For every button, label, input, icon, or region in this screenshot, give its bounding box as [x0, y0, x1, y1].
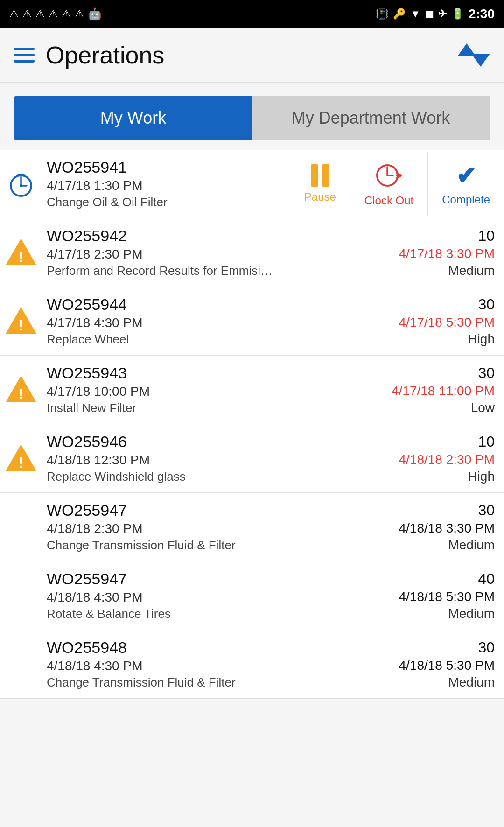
- tab-my-department-work[interactable]: My Department Work: [252, 96, 490, 140]
- active-wo-number: WO255941: [47, 158, 285, 176]
- wo-description: Replace Windshield glass: [47, 470, 369, 484]
- work-order-item[interactable]: ! WO255944 4/17/18 4:30 PM Replace Wheel…: [0, 287, 504, 356]
- menu-button[interactable]: [14, 48, 35, 63]
- work-order-item[interactable]: WO255948 4/18/18 4:30 PM Change Transmis…: [0, 630, 504, 699]
- complete-button[interactable]: ✔ Complete: [427, 152, 504, 216]
- wo-date: 4/18/18 12:30 PM: [47, 453, 369, 468]
- pause-label: Pause: [304, 190, 336, 203]
- pause-button[interactable]: Pause: [290, 155, 350, 213]
- no-icon: [0, 630, 42, 698]
- wo-right: 40 4/18/18 5:30 PM Medium: [373, 561, 504, 630]
- page-title: Operations: [46, 41, 164, 69]
- wo-number: WO255944: [47, 295, 369, 314]
- complete-label: Complete: [442, 193, 490, 206]
- tab-bar: My Work My Department Work: [14, 96, 490, 140]
- wo-description: Replace Wheel: [47, 332, 369, 347]
- wo-priority: High: [468, 469, 495, 484]
- svg-text:!: !: [19, 385, 24, 402]
- active-wo-content: WO255941 4/17/18 1:30 PM Change Oil & Oi…: [42, 150, 290, 218]
- wo-priority: Medium: [448, 606, 495, 621]
- key-icon: 🔑: [393, 8, 406, 20]
- clock-out-label: Clock Out: [364, 194, 413, 207]
- wo-right: 10 4/18/18 2:30 PM High: [373, 424, 504, 492]
- svg-text:!: !: [19, 248, 24, 265]
- wo-due-date: 4/17/18 5:30 PM: [399, 315, 495, 330]
- wo-right: 30 4/17/18 5:30 PM High: [373, 287, 504, 355]
- vibrate-icon: 📳: [376, 8, 388, 20]
- warning-icon-6: ⚠: [75, 8, 84, 20]
- status-bar-left: ⚠ ⚠ ⚠ ⚠ ⚠ ⚠ 🤖: [9, 7, 102, 21]
- warning-icon-4: ⚠: [49, 8, 58, 20]
- work-order-item[interactable]: WO255947 4/18/18 4:30 PM Rotate & Balanc…: [0, 561, 504, 630]
- wo-right: 30 4/18/18 3:30 PM Medium: [373, 493, 504, 561]
- work-order-item[interactable]: WO255947 4/18/18 2:30 PM Change Transmis…: [0, 493, 504, 561]
- no-signal-icon: ◼: [425, 8, 434, 20]
- wo-date: 4/18/18 2:30 PM: [47, 521, 369, 536]
- status-bar: ⚠ ⚠ ⚠ ⚠ ⚠ ⚠ 🤖 📳 🔑 ▼ ◼ ✈ 🔋 2:30: [0, 0, 504, 28]
- wo-due-date: 4/17/18 3:30 PM: [399, 246, 495, 261]
- airplane-icon: ✈: [438, 8, 447, 20]
- work-order-item[interactable]: ! WO255942 4/17/18 2:30 PM Perform and R…: [0, 218, 504, 287]
- wo-count: 30: [478, 364, 495, 382]
- wo-due-date: 4/18/18 3:30 PM: [399, 521, 495, 536]
- status-bar-right: 📳 🔑 ▼ ◼ ✈ 🔋 2:30: [376, 7, 495, 21]
- warning-icon: !: [0, 287, 42, 355]
- work-order-item[interactable]: ! WO255943 4/17/18 10:00 PM Install New …: [0, 356, 504, 424]
- wo-number: WO255947: [47, 501, 369, 519]
- wo-description: Change Transmission Fluid & Filter: [47, 538, 369, 553]
- wo-due-date: 4/18/18 2:30 PM: [399, 452, 495, 467]
- wo-number: WO255946: [47, 433, 369, 451]
- warning-icon: !: [0, 356, 42, 424]
- wo-due-date: 4/17/18 11:00 PM: [392, 384, 495, 399]
- wo-date: 4/18/18 4:30 PM: [47, 590, 369, 605]
- wo-number: WO255947: [47, 570, 369, 588]
- wo-right: 30 4/17/18 11:00 PM Low: [373, 356, 504, 424]
- wo-priority: High: [468, 332, 495, 347]
- warning-icon-1: ⚠: [9, 8, 19, 20]
- warning-icon: !: [0, 218, 42, 287]
- wo-right: 10 4/17/18 3:30 PM Medium: [373, 218, 504, 287]
- wo-count: 30: [478, 639, 495, 656]
- warning-icon-5: ⚠: [62, 8, 71, 20]
- active-work-order[interactable]: WO255941 4/17/18 1:30 PM Change Oil & Oi…: [0, 150, 504, 218]
- wo-content: WO255943 4/17/18 10:00 PM Install New Fi…: [42, 356, 373, 424]
- wo-date: 4/17/18 10:00 PM: [47, 384, 369, 399]
- robot-icon: 🤖: [88, 7, 102, 21]
- active-wo-description: Change Oil & Oil Filter: [47, 195, 285, 210]
- wo-due-date: 4/18/18 5:30 PM: [399, 658, 495, 673]
- clock-out-button[interactable]: Clock Out: [350, 151, 427, 217]
- no-icon: [0, 561, 42, 630]
- wo-count: 30: [478, 502, 495, 519]
- wo-right: 30 4/18/18 5:30 PM Medium: [373, 630, 504, 698]
- wo-content: WO255948 4/18/18 4:30 PM Change Transmis…: [42, 630, 373, 698]
- wo-actions: Pause Clock Out ✔: [290, 150, 504, 218]
- pause-icon: [311, 164, 329, 187]
- sort-button[interactable]: [457, 43, 490, 67]
- wifi-icon: ▼: [410, 8, 420, 20]
- active-wo-top: WO255941 4/17/18 1:30 PM Change Oil & Oi…: [0, 150, 504, 218]
- wo-date: 4/18/18 4:30 PM: [47, 659, 369, 673]
- wo-number: WO255948: [47, 638, 369, 657]
- wo-content: WO255942 4/17/18 2:30 PM Perform and Rec…: [42, 218, 373, 287]
- header-left: Operations: [14, 41, 164, 69]
- clock-out-icon: [374, 161, 404, 190]
- work-order-item[interactable]: ! WO255946 4/18/18 12:30 PM Replace Wind…: [0, 424, 504, 493]
- wo-description: Install New Filter: [47, 401, 369, 415]
- active-wo-date: 4/17/18 1:30 PM: [47, 178, 285, 193]
- wo-date: 4/17/18 2:30 PM: [47, 247, 369, 262]
- wo-description: Perform and Record Results for Emmisi…: [47, 264, 369, 278]
- wo-priority: Low: [471, 400, 495, 415]
- tab-my-work[interactable]: My Work: [14, 96, 252, 140]
- svg-point-7: [20, 184, 22, 187]
- wo-date: 4/17/18 4:30 PM: [47, 315, 369, 330]
- wo-count: 10: [478, 433, 495, 450]
- active-wo-icon: [0, 150, 42, 218]
- warning-icon-2: ⚠: [22, 8, 32, 20]
- wo-content: WO255947 4/18/18 4:30 PM Rotate & Balanc…: [42, 561, 373, 630]
- battery-icon: 🔋: [451, 8, 464, 20]
- svg-text:!: !: [19, 454, 24, 471]
- wo-number: WO255943: [47, 364, 369, 382]
- wo-description: Rotate & Balance Tires: [47, 607, 369, 621]
- warning-icon-3: ⚠: [35, 8, 45, 20]
- wo-priority: Medium: [448, 675, 495, 690]
